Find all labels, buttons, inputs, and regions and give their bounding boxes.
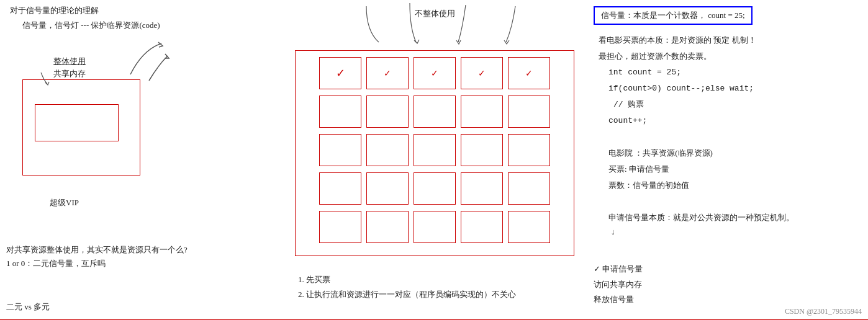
subtitle-text: 信号量，信号灯 --- 保护临界资源(code)	[22, 20, 276, 31]
top-curve-arrows	[286, 0, 584, 47]
seat-3-4	[461, 134, 503, 166]
right-line11: ✓ 申请信号量	[594, 264, 643, 273]
seat-row-5	[302, 211, 567, 243]
seat-4-5	[508, 172, 550, 205]
seat-4-4	[461, 172, 503, 205]
seat-1-1	[319, 57, 361, 89]
seat-1-2	[366, 57, 409, 89]
seat-3-1	[319, 134, 361, 166]
seat-2-2	[366, 96, 409, 128]
seat-row-1	[302, 57, 567, 89]
seat-5-5	[508, 211, 550, 243]
signal-box: 信号量：本质是一个计数器， count = 25;	[594, 6, 753, 25]
right-line-blank	[599, 193, 858, 210]
desc2: 1 or 0：二元信号量，互斥吗	[6, 259, 106, 268]
seat-row-4	[302, 172, 567, 205]
middle-steps: 1. 先买票 2. 让执行流和资源进行一一对应（程序员编码实现的）不关心	[298, 272, 516, 303]
page-container: 对于信号量的理论的理解 信号量，信号灯 --- 保护临界资源(code) 整体使…	[0, 0, 868, 320]
right-line6: count++;	[608, 113, 858, 129]
label-arrow	[38, 71, 63, 87]
right-line5: // 购票	[613, 97, 858, 113]
right-line8: 买票: 申请信号量	[608, 161, 858, 177]
step1: 1. 先买票	[298, 275, 330, 284]
page-title: 对于信号量的理论的理解	[10, 5, 276, 16]
seat-4-1	[319, 172, 361, 205]
right-line1: 看电影买票的本质：是对资源的 预定 机制！	[599, 32, 858, 48]
seat-2-5	[508, 96, 550, 128]
right-line9: 票数：信号量的初始值	[608, 177, 858, 193]
right-line13: 释放信号量	[594, 295, 634, 304]
right-line4: if(count>0) count--;else wait;	[608, 81, 858, 97]
desc1: 对共享资源整体使用，其实不就是资源只有一个么?	[6, 245, 188, 254]
seat-1-5	[508, 57, 550, 89]
bottom-left-text2: 二元 vs 多元	[6, 301, 50, 313]
right-line7b: 电影院 ：共享资源(临界资源)	[608, 145, 858, 161]
seat-4-2	[366, 172, 409, 205]
seat-2-3	[414, 96, 456, 128]
right-line3: int count = 25;	[608, 64, 858, 81]
seat-1-4	[461, 57, 503, 89]
right-line10: 申请信号量本质：就是对公共资源的一种预定机制。	[608, 210, 858, 226]
inner-rect	[35, 104, 119, 141]
seat-grid	[295, 50, 574, 256]
super-vip-label: 超级VIP	[50, 197, 79, 208]
seat-1-3	[414, 57, 456, 89]
seat-3-3	[414, 134, 456, 166]
bottom-left-text: 对共享资源整体使用，其实不就是资源只有一个么? 1 or 0：二元信号量，互斥吗	[6, 243, 188, 270]
seat-row-3	[302, 134, 567, 166]
right-panel: 信号量：本质是一个计数器， count = 25; 看电影买票的本质：是对资源的…	[584, 0, 868, 320]
seat-4-3	[414, 172, 456, 205]
seat-3-2	[366, 134, 409, 166]
seat-5-2	[366, 211, 409, 243]
arrow-down-section: ↓	[611, 226, 858, 238]
csdn-watermark: CSDN @2301_79535944	[785, 307, 862, 316]
seat-5-4	[461, 211, 503, 243]
bottom-steps: ✓ 申请信号量 访问共享内存 释放信号量	[594, 262, 643, 308]
seat-2-4	[461, 96, 503, 128]
seat-3-5	[508, 134, 550, 166]
middle-title: 不整体使用	[292, 8, 577, 19]
right-line2: 最担心，超过资源个数的卖票。	[599, 48, 858, 64]
right-line7	[599, 129, 858, 145]
seat-2-1	[319, 96, 361, 128]
seat-5-1	[319, 211, 361, 243]
right-text-block: 看电影买票的本质：是对资源的 预定 机制！ 最担心，超过资源个数的卖票。 int…	[599, 32, 858, 226]
seat-row-2	[302, 96, 567, 128]
left-panel: 对于信号量的理论的理解 信号量，信号灯 --- 保护临界资源(code) 整体使…	[0, 0, 286, 320]
step2: 2. 让执行流和资源进行一一对应（程序员编码实现的）不关心	[298, 290, 516, 299]
shared-label: 整体使用	[53, 56, 86, 67]
left-diagram: 整体使用 共享内存	[16, 37, 153, 180]
middle-panel: 不整体使用	[286, 0, 584, 320]
right-line12: 访问共享内存	[594, 280, 642, 289]
seat-5-3	[414, 211, 456, 243]
